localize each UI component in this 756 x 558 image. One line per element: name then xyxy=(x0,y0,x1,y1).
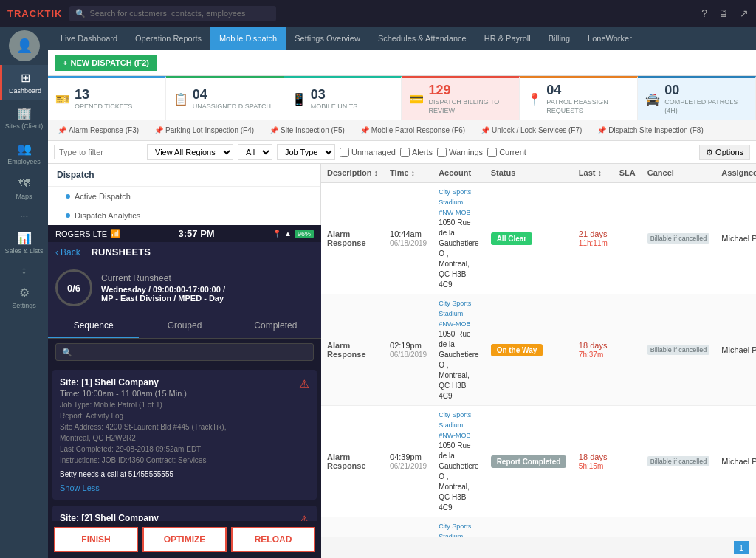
share-icon[interactable]: ↗ xyxy=(740,7,749,19)
unassigned-icon: 📋 xyxy=(173,92,188,106)
sales-icon: 📊 xyxy=(17,231,32,245)
col-account: Account xyxy=(433,164,484,182)
pin-icon-3: 📌 xyxy=(269,126,278,134)
show-less-button-1[interactable]: Show Less xyxy=(60,483,309,492)
cell-type: Alarm Response xyxy=(321,182,384,294)
signal-icon: 📶 xyxy=(110,229,120,238)
tab-loneworker[interactable]: LoneWorker xyxy=(579,27,641,50)
warnings-checkbox[interactable]: Warnings xyxy=(437,148,483,157)
help-icon[interactable]: ? xyxy=(701,7,707,19)
sidebar-item-sales[interactable]: 📊 Sales & Lists xyxy=(0,225,48,261)
back-button[interactable]: ‹ Back xyxy=(55,247,80,258)
content-area: Live Dashboard Operation Reports Mobile … xyxy=(48,27,756,558)
tab-sequence[interactable]: Sequence xyxy=(48,314,139,338)
search-input[interactable] xyxy=(89,9,270,18)
sidebar-item-sites[interactable]: 🏢 Sites (Client) xyxy=(0,100,48,136)
dispatch-analytics[interactable]: Dispatch Analytics xyxy=(48,206,320,225)
stat-number: 13 xyxy=(75,87,132,103)
pin-icon-2: 📌 xyxy=(154,126,163,134)
search-bar[interactable]: 🔍 xyxy=(69,6,276,21)
tab-settings-overview[interactable]: Settings Overview xyxy=(286,27,369,50)
unmanaged-checkbox[interactable]: Unmanaged xyxy=(340,148,396,157)
stat-unassigned[interactable]: 📋 04 UNASSIGNED DISPATCH xyxy=(166,76,284,120)
sub-tab-parking[interactable]: 📌 Parking Lot Inspection (F4) xyxy=(148,125,260,136)
tab-completed[interactable]: Completed xyxy=(230,314,321,338)
runsheet-schedule: Wednesday / 09:00:00-17:00:00 / xyxy=(101,285,225,294)
cell-last: 21 days11h:11m xyxy=(573,182,614,294)
sub-tab-alarm-response[interactable]: 📌 Alarm Response (F3) xyxy=(52,125,145,136)
stat-completed-patrols[interactable]: 🚔 00 COMPLETED PATROLS (4H) xyxy=(638,76,756,120)
tab-hr-payroll[interactable]: HR & Payroll xyxy=(475,27,540,50)
runsheet-division: MP - East Division / MPED - Day xyxy=(101,294,225,303)
tab-live-dashboard[interactable]: Live Dashboard xyxy=(52,27,126,50)
options-button[interactable]: ⚙ Options xyxy=(699,145,750,160)
completed-patrols-icon: 🚔 xyxy=(645,92,660,106)
more-dots-2: ↕ xyxy=(21,264,27,276)
sidebar-item-label: Employees xyxy=(7,158,41,165)
reload-button[interactable]: RELOAD xyxy=(231,527,315,552)
col-description[interactable]: Description ↕ xyxy=(321,164,384,182)
stat-opened-tickets[interactable]: 🎫 13 OPENED TICKETS xyxy=(48,76,166,120)
notifications-icon[interactable]: 🖥 xyxy=(718,7,729,19)
cell-sla xyxy=(614,517,642,537)
phone-time: 3:57 PM xyxy=(179,228,215,239)
cell-sla xyxy=(614,182,642,294)
cell-assignee: Not Assigned View xyxy=(715,517,756,537)
progress-circle: 0/6 xyxy=(55,269,92,306)
mobile-tabs: Sequence Grouped Completed xyxy=(48,314,321,339)
type-filter-input[interactable] xyxy=(54,145,142,159)
cell-assignee: Michael Pinsky View xyxy=(715,294,756,406)
all-select[interactable]: All xyxy=(238,144,272,160)
optimize-button[interactable]: OPTIMIZE xyxy=(142,527,227,552)
cell-cancel: Billable if cancelled xyxy=(642,294,716,406)
mobile-search-input[interactable] xyxy=(55,343,314,361)
billing-icon: 💳 xyxy=(409,92,424,106)
cell-account: City Sports Stadium #NW-MOB1050 Rue de l… xyxy=(433,294,484,406)
cell-assignee: Michael Pinsky View xyxy=(715,182,756,294)
cell-cancel: Billable if cancelled xyxy=(642,517,716,537)
stat-number: 129 xyxy=(428,83,512,98)
job-type-select[interactable]: Job Type xyxy=(277,144,335,160)
page-1-button[interactable]: 1 xyxy=(734,541,749,554)
region-select[interactable]: View All Regions xyxy=(147,144,233,160)
tab-grouped[interactable]: Grouped xyxy=(139,314,230,338)
sidebar-item-maps[interactable]: 🗺 Maps xyxy=(0,171,48,206)
col-time[interactable]: Time ↕ xyxy=(384,164,433,182)
patrol-icon: 📍 xyxy=(527,92,542,106)
tab-mobile-dispatch[interactable]: Mobile Dispatch xyxy=(210,27,286,50)
finish-button[interactable]: FINISH xyxy=(54,527,138,552)
tab-operation-reports[interactable]: Operation Reports xyxy=(126,27,210,50)
new-dispatch-button[interactable]: + NEW DISPATCH (F2) xyxy=(55,55,157,71)
phone-nav-title: RUNSHEETS xyxy=(92,247,151,258)
sidebar-item-employees[interactable]: 👥 Employees xyxy=(0,136,48,171)
sub-tab-site-inspection[interactable]: 📌 Site Inspection (F5) xyxy=(264,125,351,136)
current-checkbox[interactable]: Current xyxy=(487,148,526,157)
dot-icon xyxy=(66,194,70,199)
cell-status: Refused xyxy=(485,517,573,537)
pagination: 1 xyxy=(321,537,756,558)
dispatch-active[interactable]: Active Dispatch xyxy=(48,187,320,206)
mobile-search xyxy=(48,339,321,365)
tab-billing[interactable]: Billing xyxy=(540,27,579,50)
col-last[interactable]: Last ↕ xyxy=(573,164,614,182)
sub-tab-unlock[interactable]: 📌 Unlock / Lock Services (F7) xyxy=(475,125,588,136)
cell-last: 18 days7h:37m xyxy=(573,294,614,406)
stats-row: 🎫 13 OPENED TICKETS 📋 04 UNASSIGNED DISP… xyxy=(48,76,756,120)
alerts-checkbox[interactable]: Alerts xyxy=(400,148,433,157)
stat-patrol-reassign[interactable]: 📍 04 PATROL REASSIGN REQUESTS xyxy=(520,76,638,120)
sidebar-item-dashboard[interactable]: ⊞ Dashboard xyxy=(0,65,48,100)
table-area: Description ↕ Time ↕ Account Status Last… xyxy=(321,164,756,558)
stat-number: 04 xyxy=(193,87,271,103)
avatar: 👤 xyxy=(9,30,40,61)
wifi-icon: ▲ xyxy=(284,230,292,238)
stat-label: OPENED TICKETS xyxy=(75,103,132,111)
stat-billing-review[interactable]: 💳 129 DISPATCH BILLING TO REVIEW xyxy=(402,76,520,120)
main-split: Dispatch Active Dispatch Dispatch Analyt… xyxy=(48,164,756,558)
tab-schedules[interactable]: Schedules & Attendance xyxy=(369,27,475,50)
sidebar-item-settings[interactable]: ⚙ Settings xyxy=(0,280,48,315)
app-logo: TRACKTIK xyxy=(7,8,62,19)
stat-mobile-units[interactable]: 📱 03 MOBILE UNITS xyxy=(284,76,402,120)
cell-time: 04:39pm06/21/2019 xyxy=(384,406,433,517)
sub-tab-mobile-patrol[interactable]: 📌 Mobile Patrol Response (F6) xyxy=(354,125,471,136)
sub-tab-dispatch-site[interactable]: 📌 Dispatch Site Inspection (F8) xyxy=(591,125,709,136)
